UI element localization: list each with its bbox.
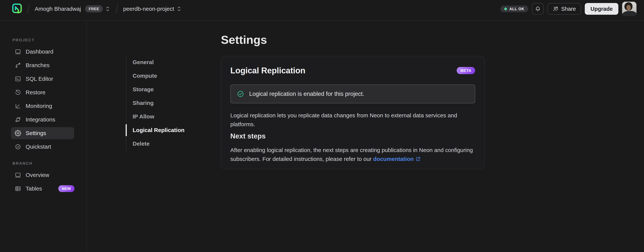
user-avatar[interactable] (622, 2, 636, 16)
settings-nav-compute[interactable]: Compute (126, 69, 207, 82)
branches-icon (15, 62, 21, 68)
bell-icon (535, 6, 541, 12)
new-badge: NEW (58, 185, 74, 192)
sidebar-item-dashboard[interactable]: Dashboard (11, 46, 74, 58)
project-name[interactable]: peerdb-neon-project (123, 6, 174, 12)
description-text: Logical replication lets you replicate d… (230, 111, 472, 129)
beta-badge: BETA (457, 67, 475, 74)
notifications-button[interactable] (532, 3, 544, 15)
logical-replication-card: Logical Replication BETA Logical replica… (221, 56, 484, 169)
sidebar-item-label: Monitoring (26, 103, 52, 109)
breadcrumb-slash (115, 4, 118, 14)
sidebar-item-label: Tables (26, 186, 42, 192)
topbar-actions: ALL OK Share Upgrade (500, 2, 636, 16)
project-switcher-chevrons-icon[interactable] (176, 6, 182, 12)
org-name[interactable]: Amogh Bharadwaj (35, 6, 81, 12)
users-icon (553, 6, 559, 12)
check-circle-icon (237, 90, 244, 98)
sidebar-item-settings[interactable]: Settings (11, 127, 74, 139)
restore-icon (15, 89, 21, 96)
settings-nav-sharing[interactable]: Sharing (126, 96, 207, 110)
status-badge[interactable]: ALL OK (500, 6, 528, 12)
sql-editor-icon (15, 76, 21, 82)
topbar: Amogh Bharadwaj FREE peerdb-neon-project… (0, 0, 644, 21)
tables-icon (15, 186, 21, 192)
sidebar-item-integrations[interactable]: Integrations (11, 114, 74, 126)
neon-logo-icon (12, 4, 22, 14)
next-steps-text: After enabling logical replication, the … (230, 146, 475, 163)
integrations-icon (15, 116, 21, 123)
main-content: Settings Logical Replication BETA Logica… (221, 21, 504, 169)
share-label: Share (561, 6, 576, 12)
next-steps-text-body: After enabling logical replication, the … (230, 147, 473, 162)
settings-nav: General Compute Storage Sharing IP Allow… (126, 56, 207, 150)
sidebar-item-label: Settings (26, 130, 46, 136)
sidebar-section-branch: BRANCH (12, 161, 86, 166)
documentation-link[interactable]: documentation (373, 156, 414, 162)
sidebar-item-quickstart[interactable]: Quickstart (11, 141, 74, 153)
avatar-figure (626, 5, 631, 10)
sidebar-item-label: SQL Editor (26, 76, 53, 82)
upgrade-label: Upgrade (590, 6, 613, 12)
settings-nav-general[interactable]: General (126, 56, 207, 69)
gear-icon (15, 130, 21, 136)
settings-nav-logical-replication[interactable]: Logical Replication (126, 123, 207, 137)
settings-nav-delete[interactable]: Delete (126, 137, 207, 150)
breadcrumb-slash (27, 4, 30, 14)
card-title: Logical Replication (230, 66, 306, 75)
sidebar-item-restore[interactable]: Restore (11, 86, 74, 98)
neon-logo[interactable] (12, 4, 22, 14)
sidebar-item-monitoring[interactable]: Monitoring (11, 100, 74, 112)
upgrade-button[interactable]: Upgrade (585, 3, 618, 15)
sidebar: PROJECT Dashboard Branches (0, 21, 86, 252)
sidebar-item-branches[interactable]: Branches (11, 59, 74, 71)
sidebar-item-label: Restore (26, 89, 46, 96)
check-circle-icon (15, 144, 21, 150)
sidebar-section-project: PROJECT (12, 38, 86, 42)
status-label: ALL OK (509, 7, 524, 11)
sidebar-item-label: Integrations (26, 116, 55, 123)
sidebar-item-sql-editor[interactable]: SQL Editor (11, 73, 74, 85)
breadcrumb: Amogh Bharadwaj FREE peerdb-neon-project (12, 4, 182, 14)
external-link-icon[interactable] (415, 156, 421, 162)
sidebar-item-label: Overview (26, 172, 49, 178)
alert-text: Logical replication is enabled for this … (249, 90, 364, 97)
org-switcher-chevrons-icon[interactable] (105, 6, 110, 12)
next-steps-title: Next steps (230, 132, 475, 140)
sidebar-item-overview[interactable]: Overview (11, 169, 74, 181)
share-button[interactable]: Share (548, 3, 581, 15)
success-alert: Logical replication is enabled for this … (230, 84, 475, 103)
avatar-figure (622, 11, 636, 16)
sidebar-item-label: Branches (26, 62, 50, 68)
sidebar-item-tables[interactable]: Tables NEW (11, 182, 74, 195)
settings-nav-storage[interactable]: Storage (126, 82, 207, 96)
status-dot-icon (504, 8, 507, 10)
monitoring-icon (15, 103, 21, 109)
page-title: Settings (221, 33, 504, 47)
settings-nav-ip-allow[interactable]: IP Allow (126, 110, 207, 123)
sidebar-item-label: Quickstart (26, 144, 51, 150)
sidebar-item-label: Dashboard (26, 48, 54, 55)
neon-console: Amogh Bharadwaj FREE peerdb-neon-project… (0, 0, 644, 252)
dashboard-icon (15, 48, 21, 55)
plan-badge: FREE (85, 5, 103, 12)
overview-icon (15, 172, 21, 178)
